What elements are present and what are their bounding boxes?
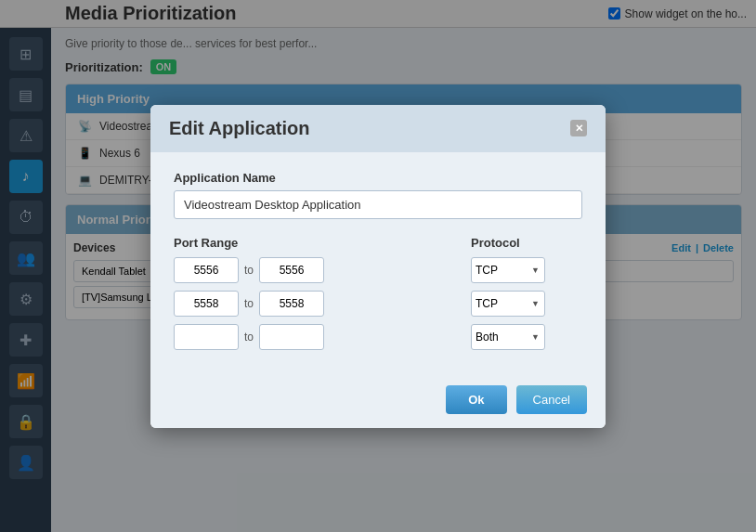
port-to-input-3[interactable]	[259, 324, 324, 350]
protocol-select-wrapper-2: TCP UDP Both	[471, 291, 545, 317]
protocol-select-wrapper-1: TCP UDP Both	[471, 257, 545, 283]
port-protocol-headers: Port Range to to	[174, 236, 582, 357]
port-row-3: to	[174, 324, 452, 350]
port-from-2[interactable]	[174, 291, 239, 317]
protocol-label: Protocol	[471, 236, 582, 250]
modal-header: Edit Application ✕	[150, 105, 606, 152]
port-row-1: to	[174, 257, 452, 283]
page-background: Media Prioritization Show widget on the …	[0, 0, 756, 532]
modal-overlay: Edit Application ✕ Application Name Port…	[0, 0, 756, 532]
port-from-3[interactable]	[174, 324, 239, 350]
protocol-row-1: TCP UDP Both	[471, 257, 582, 283]
port-range-section: Port Range to to	[174, 236, 452, 357]
protocol-row-3: TCP UDP Both	[471, 324, 582, 350]
modal-body: Application Name Port Range to	[150, 152, 606, 376]
modal-footer: Ok Cancel	[150, 376, 606, 428]
protocol-select-wrapper-3: TCP UDP Both	[471, 324, 545, 350]
protocol-select-3[interactable]: TCP UDP Both	[471, 324, 545, 350]
protocol-row-2: TCP UDP Both	[471, 291, 582, 317]
cancel-button[interactable]: Cancel	[516, 385, 587, 414]
ok-button[interactable]: Ok	[446, 385, 506, 414]
port-to-input-1[interactable]	[259, 257, 324, 283]
protocol-select-2[interactable]: TCP UDP Both	[471, 291, 545, 317]
modal-title: Edit Application	[169, 118, 309, 139]
edit-application-dialog: Edit Application ✕ Application Name Port…	[150, 105, 606, 428]
port-to-input-2[interactable]	[259, 291, 324, 317]
port-range-label: Port Range	[174, 236, 452, 250]
app-name-input[interactable]	[174, 190, 582, 219]
port-to-1: to	[244, 264, 254, 277]
modal-close-button[interactable]: ✕	[570, 120, 587, 136]
port-to-3: to	[244, 331, 254, 344]
port-from-1[interactable]	[174, 257, 239, 283]
app-name-label: Application Name	[174, 171, 582, 185]
protocol-select-1[interactable]: TCP UDP Both	[471, 257, 545, 283]
protocol-section: Protocol TCP UDP Both	[471, 236, 582, 357]
port-to-2: to	[244, 297, 254, 310]
port-row-2: to	[174, 291, 452, 317]
